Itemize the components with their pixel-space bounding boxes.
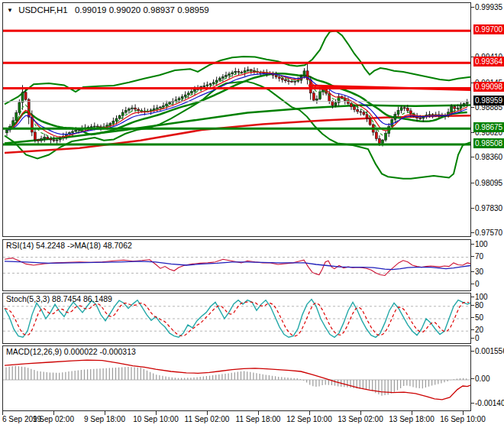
- time-axis-label: 11 Sep 18:00: [236, 415, 281, 423]
- axis-tick-mark: [471, 378, 474, 379]
- axis-tick-mark: [471, 107, 474, 108]
- time-axis-label: 16 Sep 10:00: [440, 415, 486, 423]
- axis-tick-mark: [471, 256, 474, 257]
- time-axis-label: 13 Sep 18:00: [389, 415, 435, 423]
- axis-tick-mark: [471, 284, 474, 284]
- macd-label: MACD(12,26,9) 0.000022 -0.000313: [6, 347, 136, 356]
- trading-chart-window: ▼ USDCHF,H1 0.99019 0.99020 0.98937 0.98…: [0, 0, 504, 428]
- main-chart-canvas[interactable]: [3, 3, 470, 236]
- main-chart-panel: ▼ USDCHF,H1 0.99019 0.99020 0.98937 0.98…: [2, 2, 471, 237]
- price-axis-tick: 0.97830: [475, 204, 502, 213]
- price-level-badge: 0.98675: [473, 122, 504, 132]
- time-axis-label: 10 Sep 10:00: [133, 415, 179, 423]
- time-axis: 6 Sep 20199 Sep 02:009 Sep 18:0010 Sep 1…: [0, 413, 504, 428]
- chart-title: ▼ USDCHF,H1 0.99019 0.99020 0.98937 0.98…: [7, 5, 209, 15]
- price-level-badge: 0.99700: [473, 24, 504, 34]
- time-axis-label: 12 Sep 10:00: [286, 415, 332, 423]
- axis-tick-mark: [471, 329, 474, 330]
- axis-tick-mark: [471, 305, 474, 306]
- rsi-axis-tick: 70: [475, 252, 483, 261]
- stochastic-axis-tick: 80: [475, 301, 483, 310]
- axis-tick-mark: [471, 244, 474, 245]
- macd-axis-tick: 0.001556: [475, 347, 504, 356]
- axis-tick-mark: [471, 208, 474, 209]
- rsi-axis-tick: 0: [475, 280, 480, 289]
- rsi-label: RSI(14) 54.2248 ->MA(18) 48.7062: [6, 241, 132, 250]
- time-axis-label: 11 Sep 02:00: [185, 415, 230, 423]
- stochastic-axis-tick: 50: [475, 313, 483, 323]
- time-axis-label: 13 Sep 02:00: [338, 415, 383, 423]
- stochastic-axis-tick: 0: [475, 334, 480, 343]
- macd-indicator-panel: MACD(12,26,9) 0.000022 -0.000313: [2, 345, 471, 411]
- time-axis-label: 9 Sep 18:00: [84, 415, 125, 423]
- axis-tick-mark: [471, 338, 474, 339]
- macd-axis-tick: -0.001405: [475, 399, 504, 408]
- price-axis-tick: 0.98360: [475, 153, 502, 162]
- axis-tick-mark: [471, 317, 474, 318]
- axis-tick-mark: [471, 157, 474, 157]
- axis-tick-mark: [471, 351, 474, 352]
- price-level-badge: 0.98508: [473, 138, 504, 148]
- price-axis-tick: 0.99935: [475, 3, 502, 12]
- stochastic-label: Stoch(5,3,3) 88.7454 86.1489: [6, 294, 112, 303]
- time-axis-label: 9 Sep 02:00: [33, 415, 74, 423]
- price-level-badge: 0.99098: [473, 82, 504, 92]
- price-axis-tick: 0.98095: [475, 179, 502, 188]
- rsi-axis-tick: 100: [475, 240, 488, 249]
- axis-tick-mark: [471, 132, 474, 133]
- axis-tick-mark: [471, 403, 474, 404]
- price-level-badge: 0.99364: [473, 57, 504, 66]
- price-axis: 0.999350.994100.991450.988850.986200.983…: [471, 0, 504, 428]
- axis-tick-mark: [471, 7, 474, 8]
- chart-symbol-timeframe: USDCHF,H1: [18, 5, 68, 15]
- current-price-badge: 0.98959: [473, 96, 504, 105]
- chart-dropdown-icon[interactable]: ▼: [7, 7, 13, 14]
- rsi-indicator-panel: RSI(14) 54.2248 ->MA(18) 48.7062: [2, 239, 471, 291]
- price-axis-tick: 0.97570: [475, 229, 502, 238]
- stochastic-indicator-panel: Stoch(5,3,3) 88.7454 86.1489: [2, 293, 471, 344]
- axis-tick-mark: [471, 183, 474, 183]
- axis-tick-mark: [471, 232, 474, 233]
- chart-ohlc-values: 0.99019 0.99020 0.98937 0.98959: [75, 5, 209, 15]
- macd-axis-tick: 0.00: [475, 374, 489, 384]
- rsi-axis-tick: 30: [475, 268, 483, 277]
- axis-tick-mark: [471, 271, 474, 272]
- axis-tick-mark: [471, 297, 474, 297]
